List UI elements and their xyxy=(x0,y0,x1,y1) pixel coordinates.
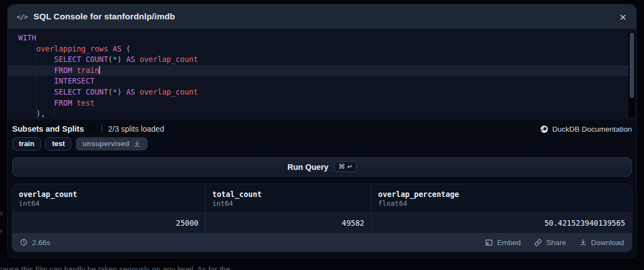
code-token: AS xyxy=(113,44,122,53)
code-token: INTERSECT xyxy=(54,76,95,85)
duckdb-documentation-label: DuckDB Documentation xyxy=(552,125,632,133)
footer-actions: EmbedShareDownload xyxy=(485,238,624,247)
run-query-button[interactable]: Run Query ⌘ ↵ xyxy=(12,157,632,176)
code-icon: </> xyxy=(17,13,28,21)
code-token xyxy=(18,66,54,75)
code-token xyxy=(81,87,86,96)
code-token xyxy=(18,55,54,64)
code-area[interactable]: WITH overlapping_rows AS ( SELECT COUNT(… xyxy=(8,33,629,120)
query-duration-value: 2.66s xyxy=(32,238,50,247)
action-label: Download xyxy=(591,238,624,247)
split-chip-test[interactable]: test xyxy=(45,137,71,150)
code-token xyxy=(18,87,54,96)
code-line: INTERSECT xyxy=(8,76,629,87)
download-icon xyxy=(133,140,141,148)
code-token: ( xyxy=(108,87,113,96)
code-token: ( xyxy=(122,44,130,53)
results-data-row: 250004958250.421523940139565 xyxy=(12,212,632,233)
code-token: WITH xyxy=(18,33,36,42)
sql-console-modal: </> SQL Console for stanfordnlp/imdb × W… xyxy=(8,4,636,258)
split-chip-unsupervised[interactable]: unsupervised xyxy=(76,137,148,150)
background-text-fragment: t xyxy=(0,12,1,20)
code-token: SELECT xyxy=(54,87,81,96)
share-button[interactable]: Share xyxy=(534,238,566,247)
code-token xyxy=(108,44,113,53)
embed-icon xyxy=(485,238,493,247)
code-token: FROM xyxy=(54,66,72,75)
modal-body: Subsets and Splits 2/3 splits loaded Duc… xyxy=(8,120,636,258)
code-token xyxy=(72,98,77,107)
split-chip-label: test xyxy=(52,139,65,148)
code-token: train xyxy=(77,66,100,75)
code-token xyxy=(81,55,86,64)
column-header-overlap_percentage: overlap_percentagefloat64 xyxy=(371,184,632,212)
editor-scrollbar-thumb[interactable] xyxy=(630,33,634,98)
cell-overlap_count: 25000 xyxy=(12,213,205,233)
editor-scrollbar-track[interactable] xyxy=(629,32,635,117)
column-dtype: int64 xyxy=(212,199,364,207)
code-line: WITH xyxy=(8,33,629,44)
modal-titlebar: </> SQL Console for stanfordnlp/imdb × xyxy=(8,4,636,29)
subsets-heading: Subsets and Splits xyxy=(12,124,84,133)
code-token: AS xyxy=(126,55,135,64)
code-line: overlapping_rows AS ( xyxy=(8,44,629,55)
embed-button[interactable]: Embed xyxy=(485,238,521,247)
download-button[interactable]: Download xyxy=(579,238,624,247)
code-token: overlap_count xyxy=(140,87,198,96)
code-token: ), xyxy=(18,109,45,118)
column-name: overlap_count xyxy=(19,190,198,199)
page-background: cause this film can hardly be taken seri… xyxy=(0,0,644,270)
column-dtype: float64 xyxy=(378,199,625,207)
download-icon xyxy=(579,238,587,246)
results-footer: 2.66s EmbedShareDownload xyxy=(12,233,632,252)
code-token xyxy=(18,98,54,107)
split-chip-train[interactable]: train xyxy=(12,137,41,150)
action-label: Embed xyxy=(497,238,521,247)
split-chip-label: train xyxy=(19,139,34,148)
action-label: Share xyxy=(546,238,566,247)
text-cursor xyxy=(99,66,100,74)
code-line: SELECT COUNT(*) AS overlap_count xyxy=(8,54,629,65)
sql-editor[interactable]: WITH overlapping_rows AS ( SELECT COUNT(… xyxy=(8,29,636,120)
code-token: overlap_count xyxy=(140,55,198,64)
clock-icon xyxy=(20,238,28,246)
code-token: FROM xyxy=(54,98,72,107)
code-token: ( xyxy=(108,55,113,64)
splits-loaded-status: 2/3 splits loaded xyxy=(108,124,164,133)
background-text-fragment: e xyxy=(0,227,2,235)
code-token: ) xyxy=(117,55,126,64)
code-line: FROM test xyxy=(8,98,629,109)
code-line: FROM train xyxy=(8,65,629,76)
code-token: COUNT xyxy=(86,55,108,64)
results-header-row: overlap_countint64total_countint64overla… xyxy=(12,184,632,212)
modal-title: SQL Console for stanfordnlp/imdb xyxy=(34,12,175,22)
keyboard-shortcut-badge: ⌘ ↵ xyxy=(334,162,357,172)
code-token: COUNT xyxy=(86,87,108,96)
column-header-total_count: total_countint64 xyxy=(205,184,371,212)
code-token: overlapping_rows xyxy=(36,44,108,53)
code-token: * xyxy=(113,87,117,96)
code-token xyxy=(72,66,77,75)
code-token: ) xyxy=(117,87,126,96)
background-clipped-text: cause this film can hardly be taken seri… xyxy=(0,265,230,270)
close-icon[interactable]: × xyxy=(619,11,627,23)
duckdb-icon xyxy=(540,125,548,133)
split-chip-label: unsupervised xyxy=(82,139,129,148)
run-query-label: Run Query xyxy=(287,163,328,172)
column-dtype: int64 xyxy=(19,199,198,207)
share-icon xyxy=(534,238,542,247)
code-token xyxy=(135,55,139,64)
code-token: test xyxy=(77,98,95,107)
code-token: SELECT xyxy=(54,55,81,64)
duckdb-documentation-link[interactable]: DuckDB Documentation xyxy=(540,125,632,133)
code-token: * xyxy=(113,55,117,64)
divider xyxy=(102,124,102,133)
cell-total_count: 49582 xyxy=(205,213,371,233)
info-icon[interactable] xyxy=(88,125,96,133)
query-duration: 2.66s xyxy=(20,238,50,247)
code-line: SELECT COUNT(*) AS overlap_count xyxy=(8,87,629,98)
code-line: ), xyxy=(8,108,629,120)
column-name: overlap_percentage xyxy=(378,190,625,199)
cell-overlap_percentage: 50.421523940139565 xyxy=(371,213,632,233)
column-header-overlap_count: overlap_countint64 xyxy=(12,184,205,212)
